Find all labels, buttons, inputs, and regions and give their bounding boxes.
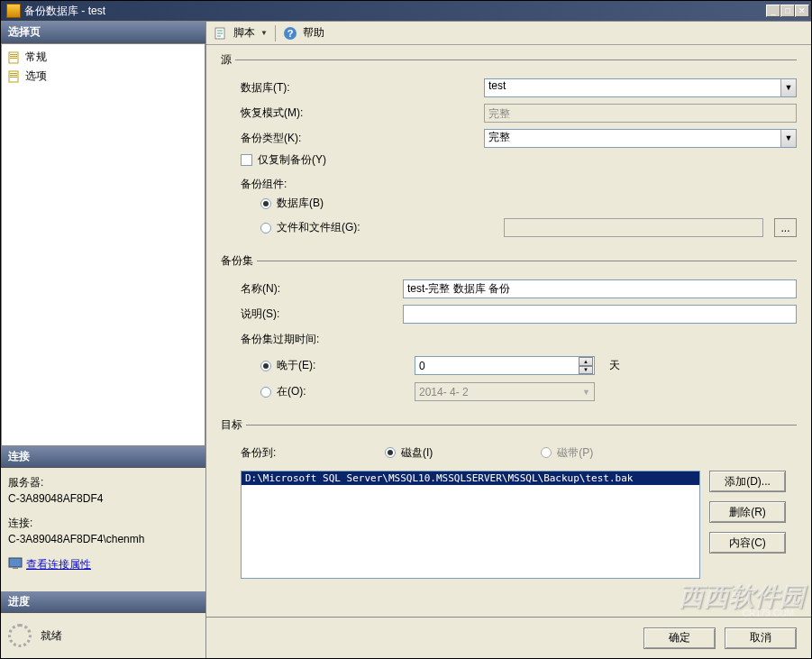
spinner-value: 0 (419, 360, 579, 372)
destination-path-item[interactable]: D:\Microsoft SQL Server\MSSQL10.MSSQLSER… (242, 471, 699, 485)
expire-days-spinner[interactable]: 0 ▲ ▼ (415, 356, 595, 375)
page-icon (7, 50, 22, 65)
expire-after-radio[interactable] (260, 361, 271, 371)
filegroup-browse-button[interactable]: ... (774, 218, 797, 237)
backup-component-label: 备份组件: (241, 169, 797, 192)
titlebar[interactable]: 备份数据库 - test _ □ ✕ (1, 1, 811, 21)
page-icon (7, 69, 22, 84)
view-props-label: 查看连接属性 (26, 557, 91, 572)
database-select[interactable]: test (484, 78, 797, 97)
name-label: 名称(N): (241, 281, 403, 297)
svg-rect-6 (10, 75, 17, 76)
contents-button[interactable]: 内容(C) (709, 532, 786, 554)
left-panel: 选择页 常规 选项 连接 服务器: (1, 22, 206, 658)
destination-legend: 目标 (221, 417, 246, 433)
expire-date-picker: 2014- 4- 2 ▼ (415, 382, 595, 401)
expire-on-label: 在(O): (277, 384, 409, 399)
add-destination-button[interactable]: 添加(D)... (709, 471, 786, 492)
tree-item-label: 常规 (25, 50, 47, 65)
disk-radio[interactable] (385, 447, 396, 458)
backup-type-label: 备份类型(K): (241, 131, 484, 146)
days-unit: 天 (609, 358, 620, 373)
cancel-button[interactable]: 取消 (725, 627, 797, 649)
ok-button[interactable]: 确定 (643, 627, 716, 649)
svg-rect-1 (10, 54, 17, 55)
expire-after-label: 晚于(E): (277, 358, 409, 373)
copy-only-label: 仅复制备份(Y) (258, 152, 326, 168)
toolbar-separator (275, 25, 276, 41)
window-title: 备份数据库 - test (24, 4, 766, 19)
progress-header: 进度 (1, 591, 205, 613)
copy-only-checkbox[interactable] (241, 154, 252, 166)
source-legend: 源 (221, 52, 235, 68)
connection-section: 服务器: C-3A89048AF8DF4 连接: C-3A89048AF8DF4… (1, 468, 205, 591)
chevron-down-icon[interactable]: ▼ (260, 29, 268, 37)
tape-radio (541, 447, 552, 458)
help-icon: ? (283, 26, 297, 41)
minimize-button[interactable]: _ (766, 5, 780, 17)
recovery-mode-label: 恢复模式(M): (241, 105, 484, 121)
spinner-down-button[interactable]: ▼ (579, 366, 593, 375)
right-panel: 脚本 ▼ ? 帮助 源 数据库(T): (206, 22, 811, 658)
component-database-radio[interactable] (260, 198, 271, 209)
expire-label: 备份集过期时间: (241, 326, 797, 352)
date-value: 2014- 4- 2 (419, 386, 582, 398)
svg-rect-3 (10, 58, 17, 59)
maximize-button[interactable]: □ (780, 5, 795, 17)
backup-database-dialog: 备份数据库 - test _ □ ✕ 选择页 常规 (0, 0, 812, 659)
svg-rect-2 (10, 56, 17, 57)
backup-type-select[interactable]: 完整 (484, 129, 797, 148)
backup-set-legend: 备份集 (221, 253, 257, 269)
source-fieldset: 源 数据库(T): test ▼ 恢复模式( (221, 52, 797, 244)
remove-destination-button[interactable]: 删除(R) (709, 501, 786, 523)
component-filegroup-label: 文件和文件组(G): (277, 220, 498, 235)
database-label: 数据库(T): (241, 80, 484, 96)
filegroup-input (504, 218, 763, 237)
desc-label: 说明(S): (241, 307, 403, 322)
server-label: 服务器: (8, 475, 198, 490)
component-filegroup-radio[interactable] (260, 223, 271, 233)
destination-listbox[interactable]: D:\Microsoft SQL Server\MSSQL10.MSSQLSER… (241, 471, 700, 579)
spinner-up-button[interactable]: ▲ (579, 357, 593, 366)
select-page-header: 选择页 (1, 22, 205, 43)
expire-on-radio[interactable] (260, 387, 271, 398)
component-database-label: 数据库(B) (277, 196, 324, 211)
progress-section: 就绪 (1, 613, 205, 658)
destination-fieldset: 目标 备份到: 磁盘(I) 磁带(P) (221, 417, 797, 582)
monitor-icon (8, 556, 23, 573)
backup-desc-input[interactable] (403, 305, 797, 324)
svg-rect-7 (10, 77, 17, 78)
progress-status: 就绪 (41, 628, 62, 644)
dialog-footer: 确定 取消 (206, 617, 811, 658)
tree-item-general[interactable]: 常规 (4, 48, 203, 67)
disk-label: 磁盘(I) (401, 445, 433, 461)
server-value: C-3A89048AF8DF4 (8, 492, 103, 505)
tree-item-label: 选项 (25, 69, 47, 84)
backup-to-label: 备份到: (241, 445, 313, 461)
app-icon (6, 4, 21, 18)
help-button[interactable]: 帮助 (303, 25, 324, 41)
connection-header: 连接 (1, 446, 205, 468)
svg-text:?: ? (287, 28, 294, 39)
backup-name-input[interactable] (403, 279, 797, 298)
content-area: 源 数据库(T): test ▼ 恢复模式( (206, 45, 811, 617)
page-tree: 常规 选项 (1, 43, 205, 446)
backup-set-fieldset: 备份集 名称(N): 说明(S): (221, 253, 797, 408)
chevron-down-icon: ▼ (582, 388, 590, 397)
svg-rect-5 (10, 73, 17, 74)
tape-label: 磁带(P) (557, 445, 593, 461)
svg-rect-8 (9, 558, 22, 567)
connection-value: C-3A89048AF8DF4\chenmh (8, 533, 144, 545)
tree-item-options[interactable]: 选项 (4, 67, 203, 86)
toolbar: 脚本 ▼ ? 帮助 (206, 22, 811, 45)
connection-label: 连接: (8, 516, 198, 531)
close-button[interactable]: ✕ (795, 5, 809, 17)
progress-spinner-icon (8, 624, 32, 647)
view-connection-props-link[interactable]: 查看连接属性 (8, 556, 91, 573)
script-button[interactable]: 脚本 (233, 25, 255, 41)
script-icon (214, 26, 228, 41)
recovery-mode-field: 完整 (484, 104, 797, 123)
svg-rect-9 (13, 567, 18, 569)
